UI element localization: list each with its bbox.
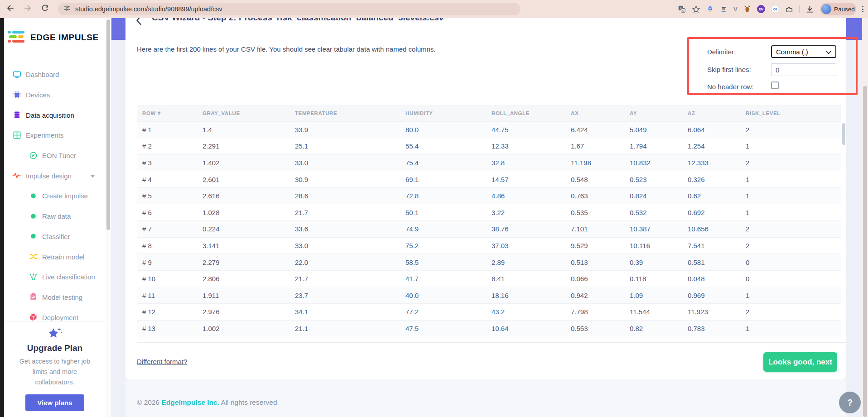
table-cell: 1 <box>740 320 841 337</box>
table-cell: 1.4 <box>197 121 289 138</box>
browser-menu-icon[interactable] <box>862 6 863 12</box>
page-scrollbar-thumb[interactable] <box>863 86 867 417</box>
edge-impulse-logo[interactable]: EDGE IMPULSE <box>8 29 99 46</box>
table-cell: 1.67 <box>565 138 624 155</box>
deployment-icon <box>29 313 38 321</box>
table-cell: 0.523 <box>624 171 682 188</box>
sidebar-item-dashboard[interactable]: Dashboard <box>4 64 106 85</box>
table-cell: 2.601 <box>197 171 289 188</box>
table-row: # 92.27922.058.52.890.5130.390.5810 <box>137 254 841 271</box>
sidebar-item-experiments[interactable]: Experiments <box>4 125 106 145</box>
view-plans-button[interactable]: View plans <box>25 394 84 411</box>
sidebar-item-raw-data[interactable]: Raw data <box>4 206 106 226</box>
table-cell: 1.402 <box>197 154 289 171</box>
sidebar-item-label: Data acquisition <box>26 111 74 119</box>
skip-lines-input[interactable] <box>771 63 836 76</box>
site-settings-icon <box>63 5 71 14</box>
row-index-cell: # 3 <box>137 154 197 171</box>
sidebar-item-impulse-design[interactable]: Impulse design <box>4 165 106 186</box>
no-header-checkbox[interactable] <box>771 81 779 89</box>
address-bar[interactable]: studio.edgeimpulse.com/studio/908899/upl… <box>58 3 520 15</box>
reload-icon <box>41 4 49 14</box>
forward-button[interactable] <box>21 2 34 16</box>
column-header: RISK_LEVEL <box>740 105 841 121</box>
table-cell: 10.387 <box>624 221 682 238</box>
extension-v-icon[interactable]: V <box>733 5 738 13</box>
sidebar-item-model-testing[interactable]: Model testing <box>4 287 106 307</box>
profile-status: Paused <box>834 6 855 13</box>
sidebar-item-devices[interactable]: Devices <box>4 85 106 105</box>
sidebar-item-retrain-model[interactable]: Retrain model <box>4 246 106 267</box>
table-cell: 2 <box>740 121 841 138</box>
row-index-cell: # 4 <box>137 171 197 188</box>
table-cell: 10.832 <box>624 154 682 171</box>
table-cell: 3.141 <box>197 237 289 254</box>
star-sparkle-icon <box>4 327 106 342</box>
delimiter-select[interactable]: Comma (,) <box>771 45 836 58</box>
looks-good-next-button[interactable]: Looks good, next <box>763 352 837 372</box>
bookmark-star-icon[interactable] <box>692 5 700 14</box>
sidebar-scrollbar-thumb[interactable] <box>106 19 110 230</box>
back-chevron-icon[interactable] <box>135 18 142 27</box>
table-cell: 22.0 <box>289 254 400 271</box>
csv-preview-table: ROW #GRAY_VALUETEMPERATUREHUMIDITYROLL_A… <box>137 105 841 337</box>
table-cell: 7.541 <box>682 237 740 254</box>
table-cell: 0.532 <box>624 204 682 221</box>
table-cell: 50.1 <box>400 204 486 221</box>
table-cell: 0.513 <box>565 254 624 271</box>
table-cell: 1.028 <box>197 204 289 221</box>
column-header: AY <box>624 105 682 121</box>
extension-rocket-icon[interactable] <box>706 5 714 13</box>
row-index-cell: # 6 <box>137 204 197 221</box>
table-cell: 74.9 <box>400 221 486 238</box>
column-header: TEMPERATURE <box>289 105 400 121</box>
download-icon[interactable] <box>805 5 814 14</box>
sidebar-nav: DashboardDevicesData acquisitionExperime… <box>4 64 106 321</box>
sidebar-item-data-acquisition[interactable]: Data acquisition <box>4 105 106 125</box>
upgrade-panel: Upgrade Plan Get access to higher job li… <box>4 321 106 411</box>
table-cell: 44.75 <box>486 121 565 138</box>
browser-toolbar: studio.edgeimpulse.com/studio/908899/upl… <box>0 0 868 18</box>
back-button[interactable] <box>4 2 17 16</box>
company-link[interactable]: EdgeImpulse Inc. <box>162 398 219 406</box>
table-cell: 0.82 <box>624 320 682 337</box>
table-cell: 18.16 <box>486 287 565 304</box>
sidebar-item-classifier[interactable]: Classifier <box>4 226 106 247</box>
help-button[interactable]: ? <box>839 392 861 413</box>
table-row: # 61.02821.750.13.220.5350.5320.6921 <box>137 204 841 221</box>
sidebar-item-live-classification[interactable]: Live classification <box>4 267 106 287</box>
translate-icon[interactable]: AG <box>678 5 686 13</box>
table-cell: 25.1 <box>289 138 400 155</box>
sidebar-item-deployment[interactable]: Deployment <box>4 307 106 321</box>
different-format-link[interactable]: Different format? <box>137 358 187 365</box>
table-cell: 0.581 <box>682 254 740 271</box>
reload-button[interactable] <box>38 2 52 16</box>
column-header: GRAY_VALUE <box>197 105 289 121</box>
profile-button[interactable]: Paused <box>820 3 856 15</box>
table-cell: 1 <box>740 287 841 304</box>
sidebar-item-eon-tuner[interactable]: EON Tuner <box>4 145 106 166</box>
table-cell: 12.33 <box>486 138 565 155</box>
backdrop-accent-right <box>846 18 862 40</box>
table-cell: 10.116 <box>624 237 682 254</box>
table-cell: 9.529 <box>565 237 624 254</box>
monitor-icon <box>12 70 21 79</box>
table-cell: 11.198 <box>565 154 624 171</box>
table-cell: 21.7 <box>289 204 400 221</box>
extension-en-icon[interactable]: EN <box>757 5 765 13</box>
table-cell: 21.1 <box>289 320 400 337</box>
table-scrollbar-thumb[interactable] <box>842 123 845 145</box>
table-cell: 72.8 <box>400 187 486 204</box>
extension-oii-icon[interactable]: OII <box>771 5 779 13</box>
table-cell: 0 <box>740 254 841 271</box>
extension-detective-icon[interactable] <box>720 5 728 13</box>
table-cell: 2.291 <box>197 138 289 155</box>
extension-moose-icon[interactable] <box>743 5 751 13</box>
table-cell: 5.049 <box>624 121 682 138</box>
table-cell: 33.9 <box>289 121 400 138</box>
sidebar-item-create-impulse[interactable]: Create impulse <box>4 186 106 206</box>
table-row: # 31.40233.075.432.811.19810.83212.3332 <box>137 154 841 171</box>
table-cell: 0.692 <box>682 204 740 221</box>
extensions-puzzle-icon[interactable] <box>785 5 793 13</box>
table-row: # 11.433.980.044.756.4245.0496.0642 <box>137 121 841 138</box>
